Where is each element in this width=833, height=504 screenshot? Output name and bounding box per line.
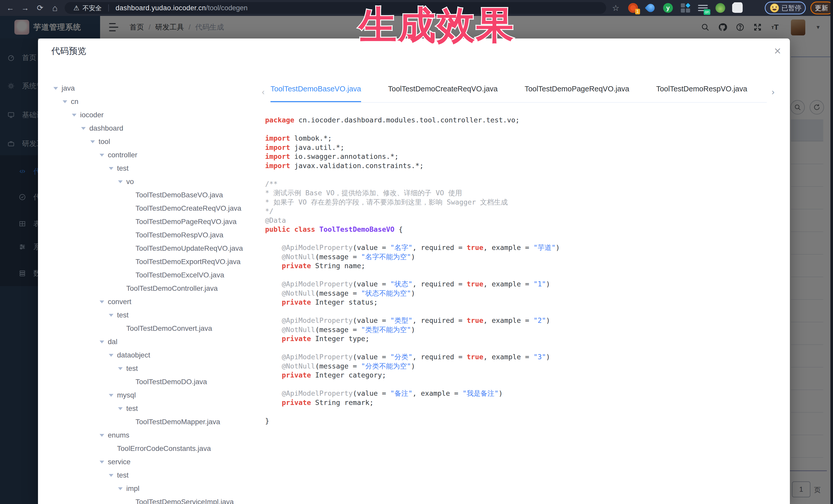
sprout-extension-icon[interactable] <box>715 3 725 13</box>
browser-profile-chip[interactable]: 已暂停 <box>765 2 806 15</box>
code-line <box>265 343 560 353</box>
tree-node-folder[interactable]: service <box>38 455 263 469</box>
tree-node-folder[interactable]: cn <box>38 95 263 108</box>
caret-down-icon[interactable] <box>63 100 67 103</box>
tree-node-label: test <box>117 471 128 479</box>
code-line: /** <box>265 179 560 189</box>
caret-down-icon[interactable] <box>109 167 114 170</box>
tree-node-folder[interactable]: impl <box>38 482 263 495</box>
browser-scrollbar-gutter[interactable] <box>830 0 833 504</box>
tree-node-file[interactable]: ToolTestDemoServiceImpl.java <box>38 495 263 504</box>
tree-node-folder[interactable]: iocoder <box>38 108 263 122</box>
bookmark-star-icon[interactable]: ☆ <box>612 0 619 16</box>
tabs-scroll-left-icon[interactable]: ‹ <box>262 87 265 97</box>
code-line: @ApiModelProperty(value = "名字", required… <box>265 243 560 252</box>
caret-down-icon[interactable] <box>100 340 104 343</box>
browser-forward-icon[interactable]: → <box>20 0 31 16</box>
tree-node-folder[interactable]: java <box>38 81 263 95</box>
code-line: * 如果子 VO 存在差异的字段，请不要添加到这里，影响 Swagger 文档生… <box>265 198 560 207</box>
tree-node-label: test <box>117 164 128 172</box>
code-viewer: package cn.iocoder.dashboard.modules.too… <box>265 116 560 425</box>
file-tabs: ‹ ToolTestDemoBaseVO.javaToolTestDemoCre… <box>262 85 775 103</box>
tree-node-file[interactable]: ToolTestDemoBaseVO.java <box>38 188 263 202</box>
tree-node-label: mysql <box>117 391 136 399</box>
browser-back-icon[interactable]: ← <box>5 0 16 16</box>
tree-node-file[interactable]: ToolTestDemoConvert.java <box>38 322 263 335</box>
tree-node-folder[interactable]: dataobject <box>38 349 263 362</box>
tab-ToolTestDemoCreateReqVO.java[interactable]: ToolTestDemoCreateReqVO.java <box>388 85 498 103</box>
code-line: @NotNull(message = "名字不能为空") <box>265 252 560 262</box>
puzzle-extension-icon[interactable] <box>733 3 743 13</box>
code-line <box>265 234 560 243</box>
tabs-divider <box>270 102 767 103</box>
code-line: import java.util.*; <box>265 143 560 152</box>
tree-node-folder[interactable]: test <box>38 309 263 322</box>
tree-node-file[interactable]: ToolTestDemoUpdateReqVO.java <box>38 242 263 255</box>
tree-node-label: ToolTestDemoMapper.java <box>136 418 220 426</box>
tree-node-file[interactable]: ToolTestDemoExcelVO.java <box>38 268 263 282</box>
tree-node-folder[interactable]: dal <box>38 335 263 349</box>
tree-node-label: ToolTestDemoUpdateReqVO.java <box>136 244 243 253</box>
tree-node-file[interactable]: ToolTestDemoPageReqVO.java <box>38 215 263 229</box>
tabs-scroll-right-icon[interactable]: › <box>772 87 775 97</box>
tree-node-label: ToolTestDemoServiceImpl.java <box>136 498 234 504</box>
tree-node-folder[interactable]: dashboard <box>38 122 263 135</box>
tree-node-folder[interactable]: test <box>38 402 263 415</box>
address-bar[interactable]: ⚠ 不安全 dashboard.yudao.iocoder.cn/tool/co… <box>65 2 606 14</box>
code-line: private Integer category; <box>265 370 560 380</box>
caret-down-icon[interactable] <box>90 140 95 143</box>
caret-down-icon[interactable] <box>109 474 114 477</box>
orange-extension-icon[interactable]: 1 <box>628 3 638 13</box>
tree-node-file[interactable]: ToolErrorCodeConstants.java <box>38 442 263 455</box>
browser-home-icon[interactable]: ⌂ <box>49 0 61 16</box>
tree-node-file[interactable]: ToolTestDemoCreateReqVO.java <box>38 202 263 215</box>
caret-down-icon[interactable] <box>53 87 58 90</box>
close-icon[interactable]: × <box>770 43 785 58</box>
tab-ToolTestDemoRespVO.java[interactable]: ToolTestDemoRespVO.java <box>656 85 747 103</box>
grid-extension-icon[interactable] <box>681 3 690 13</box>
list-extension-icon[interactable]: on <box>698 3 708 13</box>
caret-down-icon[interactable] <box>109 394 114 397</box>
tree-node-folder[interactable]: test <box>38 469 263 482</box>
caret-down-icon[interactable] <box>100 434 104 437</box>
url-host: dashboard.yudao.iocoder.cn <box>116 4 206 12</box>
caret-down-icon[interactable] <box>72 114 76 117</box>
tab-ToolTestDemoPageReqVO.java[interactable]: ToolTestDemoPageReqVO.java <box>525 85 629 103</box>
greeny-extension-icon[interactable]: y <box>663 3 673 13</box>
tab-ToolTestDemoBaseVO.java[interactable]: ToolTestDemoBaseVO.java <box>270 85 361 103</box>
caret-down-icon[interactable] <box>118 407 123 410</box>
code-line <box>265 170 560 179</box>
tree-node-folder[interactable]: test <box>38 162 263 175</box>
caret-down-icon[interactable] <box>118 181 123 183</box>
drop-extension-icon[interactable] <box>646 3 656 13</box>
tree-node-label: tool <box>98 138 110 146</box>
caret-down-icon[interactable] <box>118 487 123 490</box>
tree-node-file[interactable]: ToolTestDemoExportReqVO.java <box>38 255 263 268</box>
tree-node-file[interactable]: ToolTestDemoController.java <box>38 282 263 295</box>
tree-node-label: ToolTestDemoController.java <box>126 284 218 292</box>
caret-down-icon[interactable] <box>100 461 104 463</box>
tree-node-file[interactable]: ToolTestDemoDO.java <box>38 375 263 388</box>
tree-node-folder[interactable]: controller <box>38 148 263 162</box>
code-line: @ApiModelProperty(value = "类型", required… <box>265 316 560 325</box>
tree-node-folder[interactable]: enums <box>38 429 263 442</box>
tree-node-folder[interactable]: test <box>38 362 263 375</box>
tree-node-folder[interactable]: convert <box>38 295 263 309</box>
caret-down-icon[interactable] <box>100 154 104 157</box>
code-line: @Data <box>265 216 560 225</box>
caret-down-icon[interactable] <box>118 367 123 370</box>
caret-down-icon[interactable] <box>109 354 114 357</box>
browser-reload-icon[interactable]: ⟳ <box>34 0 46 16</box>
caret-down-icon[interactable] <box>109 314 114 317</box>
url-path: /tool/codegen <box>206 4 248 12</box>
tree-node-folder[interactable]: tool <box>38 135 263 148</box>
tree-node-label: cn <box>71 97 78 106</box>
tree-node-file[interactable]: ToolTestDemoRespVO.java <box>38 229 263 242</box>
tree-node-folder[interactable]: mysql <box>38 388 263 402</box>
caret-down-icon[interactable] <box>100 301 104 303</box>
tree-node-file[interactable]: ToolTestDemoMapper.java <box>38 415 263 429</box>
code-line: package cn.iocoder.dashboard.modules.too… <box>265 116 560 125</box>
caret-down-icon[interactable] <box>81 127 86 130</box>
code-line: @NotNull(message = "类型不能为空") <box>265 325 560 334</box>
tree-node-folder[interactable]: vo <box>38 175 263 188</box>
